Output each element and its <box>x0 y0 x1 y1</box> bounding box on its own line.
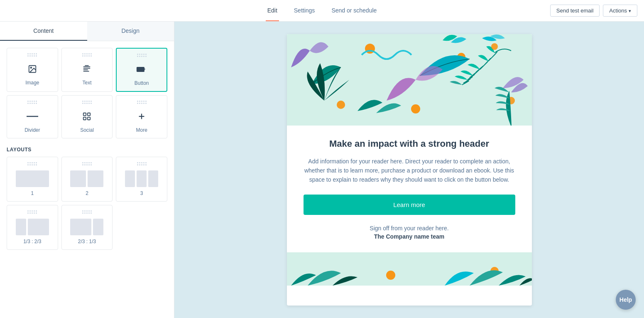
svg-point-19 <box>411 104 420 113</box>
block-text-label: Text <box>82 80 91 86</box>
layout-1-label: 1 <box>31 190 34 196</box>
block-more[interactable]: More <box>116 95 167 138</box>
layout-preview-2 <box>70 170 103 187</box>
block-divider[interactable]: Divider <box>7 95 58 138</box>
drag-handle <box>82 210 92 214</box>
tab-send-schedule[interactable]: Send or schedule <box>330 0 378 21</box>
drag-handle <box>27 101 37 104</box>
layout-preview-1 <box>16 170 49 187</box>
svg-point-1 <box>30 67 32 68</box>
panel-content: Image <box>0 41 174 256</box>
svg-rect-7 <box>137 67 144 72</box>
nav-actions: Send test email Actions <box>550 5 637 17</box>
layout-preview-1-3-2-3 <box>16 219 49 235</box>
layout-preview-3 <box>125 170 158 187</box>
tab-content[interactable]: Content <box>0 22 87 41</box>
block-more-label: More <box>136 127 147 133</box>
layout-1[interactable]: 1 <box>7 157 58 202</box>
drag-handle <box>137 162 147 165</box>
block-social[interactable]: Social <box>61 95 113 138</box>
layout-2-label: 2 <box>86 190 88 196</box>
tab-edit[interactable]: Edit <box>266 0 279 21</box>
image-icon <box>25 62 40 76</box>
drag-handle <box>137 101 147 104</box>
actions-button[interactable]: Actions <box>603 5 637 17</box>
send-test-email-button[interactable]: Send test email <box>550 5 600 17</box>
svg-rect-11 <box>83 117 86 120</box>
button-icon <box>134 62 149 77</box>
svg-point-18 <box>491 43 498 50</box>
left-panel: Content Design <box>0 22 174 318</box>
block-button-label: Button <box>135 80 149 86</box>
layout-2-3-1-3-label: 2/3 : 1/3 <box>78 239 96 244</box>
block-social-label: Social <box>80 127 94 133</box>
svg-point-21 <box>337 101 345 109</box>
svg-rect-12 <box>88 117 90 120</box>
social-icon <box>79 109 94 124</box>
layout-2[interactable]: 2 <box>61 157 113 202</box>
preview-area: Make an impact with a strong header Add … <box>174 22 644 318</box>
email-preview: Make an impact with a strong header Add … <box>287 34 532 306</box>
email-heading: Make an impact with a strong header <box>304 138 515 150</box>
drag-handle <box>82 101 92 104</box>
email-company: The Company name team <box>304 233 515 240</box>
layout-3-label: 3 <box>140 190 143 196</box>
block-image[interactable]: Image <box>7 48 58 92</box>
panel-tabs: Content Design <box>0 22 174 41</box>
more-icon <box>134 109 149 124</box>
svg-rect-9 <box>83 113 86 116</box>
drag-handle <box>27 53 37 57</box>
email-body: Make an impact with a strong header Add … <box>287 126 532 252</box>
drag-handle <box>27 162 37 165</box>
email-cta-button[interactable]: Learn more <box>304 195 515 215</box>
layout-2-3-1-3[interactable]: 2/3 : 1/3 <box>61 205 113 250</box>
layout-preview-2-3-1-3 <box>70 219 103 235</box>
layouts-section-title: LAYOUTS <box>7 147 167 153</box>
svg-point-23 <box>386 271 395 280</box>
drag-handle <box>82 162 92 165</box>
tab-design[interactable]: Design <box>87 22 174 41</box>
top-nav: Edit Settings Send or schedule Send test… <box>0 0 644 22</box>
email-footer-image <box>287 252 532 286</box>
email-body-text: Add information for your reader here. Di… <box>304 157 515 185</box>
email-header-image <box>287 34 532 126</box>
help-button[interactable]: Help <box>616 290 636 310</box>
chevron-down-icon <box>629 7 631 14</box>
drag-handle <box>82 53 92 57</box>
nav-tabs: Edit Settings Send or schedule <box>266 0 379 21</box>
email-signoff: Sign off from your reader here. <box>304 225 515 232</box>
block-text[interactable]: Text <box>61 48 113 92</box>
main-layout: Content Design <box>0 22 644 318</box>
content-blocks-grid: Image <box>7 48 167 138</box>
layout-1-3-2-3[interactable]: 1/3 : 2/3 <box>7 205 58 250</box>
block-divider-label: Divider <box>24 127 40 133</box>
drag-handle <box>27 210 37 214</box>
layout-1-3-2-3-label: 1/3 : 2/3 <box>23 239 41 244</box>
tab-settings[interactable]: Settings <box>292 0 317 21</box>
layout-3[interactable]: 3 <box>116 157 167 202</box>
text-icon <box>79 62 94 76</box>
block-button[interactable]: Button <box>116 48 167 92</box>
divider-icon <box>25 109 40 124</box>
layouts-grid: 1 2 <box>7 157 167 250</box>
block-image-label: Image <box>25 80 39 86</box>
drag-handle <box>137 54 147 57</box>
svg-rect-10 <box>88 113 90 116</box>
